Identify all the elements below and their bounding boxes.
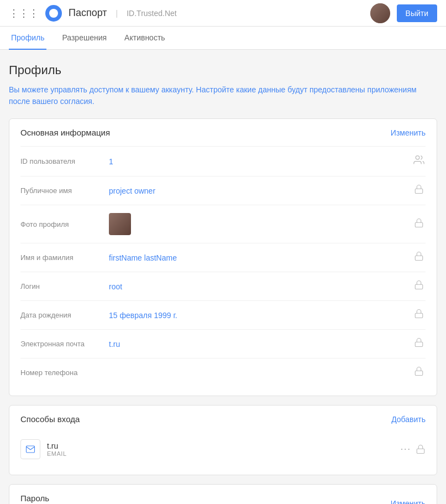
login-methods-card: Способы входа Добавить t.ru EMAIL ··· — [9, 405, 437, 475]
field-value-birthdate: 15 февраля 1999 г. — [109, 311, 412, 320]
table-row: Дата рождения 15 февраля 1999 г. — [20, 300, 426, 329]
table-row: Публичное имя project owner — [20, 176, 426, 205]
password-info: Пароль 14 декабря 2022 г. — [20, 493, 77, 504]
basic-info-title: Основная информация — [20, 128, 110, 137]
password-header: Пароль 14 декабря 2022 г. Изменить — [20, 493, 426, 504]
svg-rect-8 — [417, 449, 424, 453]
login-method-email: t.ru — [47, 441, 394, 450]
login-method-actions: ··· — [401, 444, 426, 454]
tab-permissions[interactable]: Разрешения — [60, 27, 109, 50]
field-label-login: Логин — [20, 282, 109, 290]
page-description: Вы можете управлять доступом к вашему ак… — [9, 84, 437, 107]
table-row: Номер телефона — [20, 358, 426, 387]
field-label-public-name: Публичное имя — [20, 186, 109, 195]
login-method-type: EMAIL — [47, 450, 394, 457]
lock-icon — [412, 309, 426, 321]
tab-activity[interactable]: Активность — [122, 27, 167, 50]
svg-rect-3 — [415, 256, 423, 260]
field-label-birthdate: Дата рождения — [20, 311, 109, 319]
lock-icon — [412, 184, 426, 197]
field-value-id: 1 — [109, 157, 412, 166]
table-row: ID пользователя 1 — [20, 146, 426, 176]
lock-icon — [416, 444, 426, 454]
avatar[interactable] — [370, 3, 390, 23]
header-right: Выйти — [370, 3, 437, 23]
lock-icon — [412, 366, 426, 379]
lock-icon — [412, 280, 426, 293]
table-row: Имя и фамилия firstName lastName — [20, 243, 426, 272]
field-label-phone: Номер телефона — [20, 368, 109, 377]
lock-icon — [412, 251, 426, 264]
page-title: Профиль — [9, 63, 437, 77]
grid-icon[interactable]: ⋮⋮⋮ — [9, 7, 39, 19]
table-row: Логин root — [20, 272, 426, 300]
email-icon — [20, 439, 40, 459]
app-name: Паспорт — [69, 7, 107, 19]
header-left: ⋮⋮⋮ Паспорт | ID.Trusted.Net — [9, 5, 177, 22]
table-row: Электронная почта t.ru — [20, 329, 426, 358]
profile-photo-thumbnail — [109, 213, 131, 235]
add-login-method-button[interactable]: Добавить — [391, 415, 426, 424]
tabs-bar: Профиль Разрешения Активность — [0, 27, 446, 50]
user-icon — [412, 154, 426, 168]
edit-basic-info-button[interactable]: Изменить — [391, 128, 426, 137]
basic-info-card: Основная информация Изменить ID пользова… — [9, 118, 437, 396]
field-label-email: Электронная почта — [20, 340, 109, 348]
lock-icon — [412, 337, 426, 350]
list-item: t.ru EMAIL ··· — [20, 433, 426, 466]
header-divider: | — [116, 9, 118, 18]
field-value-public-name: project owner — [109, 186, 412, 195]
more-options-button[interactable]: ··· — [401, 444, 411, 454]
logout-button[interactable]: Выйти — [397, 4, 437, 22]
field-value-photo — [109, 213, 412, 235]
svg-rect-1 — [415, 189, 423, 193]
field-label-photo: Фото профиля — [20, 220, 109, 228]
change-password-button[interactable]: Изменить — [391, 499, 426, 505]
svg-rect-7 — [415, 371, 423, 375]
card-header: Основная информация Изменить — [20, 128, 426, 137]
svg-point-0 — [416, 156, 419, 160]
svg-rect-5 — [415, 313, 423, 318]
svg-rect-2 — [415, 222, 423, 227]
logo-icon — [45, 5, 62, 22]
tab-profile[interactable]: Профиль — [9, 27, 46, 50]
login-methods-header: Способы входа Добавить — [20, 414, 426, 424]
header: ⋮⋮⋮ Паспорт | ID.Trusted.Net Выйти — [0, 0, 446, 27]
login-methods-title: Способы входа — [20, 414, 80, 424]
lock-icon — [412, 218, 426, 231]
table-row: Фото профиля — [20, 205, 426, 243]
main-content: Профиль Вы можете управлять доступом к в… — [0, 50, 446, 504]
password-card: Пароль 14 декабря 2022 г. Изменить — [9, 484, 437, 504]
field-label-name: Имя и фамилия — [20, 253, 109, 262]
field-value-login: root — [109, 282, 412, 291]
password-title: Пароль — [20, 493, 49, 503]
svg-rect-4 — [415, 284, 423, 289]
header-subtitle: ID.Trusted.Net — [127, 9, 177, 18]
field-label-id: ID пользователя — [20, 157, 109, 165]
field-value-name: firstName lastName — [109, 253, 412, 262]
login-method-details: t.ru EMAIL — [47, 441, 394, 457]
field-value-email: t.ru — [109, 340, 412, 349]
svg-rect-6 — [415, 342, 423, 346]
